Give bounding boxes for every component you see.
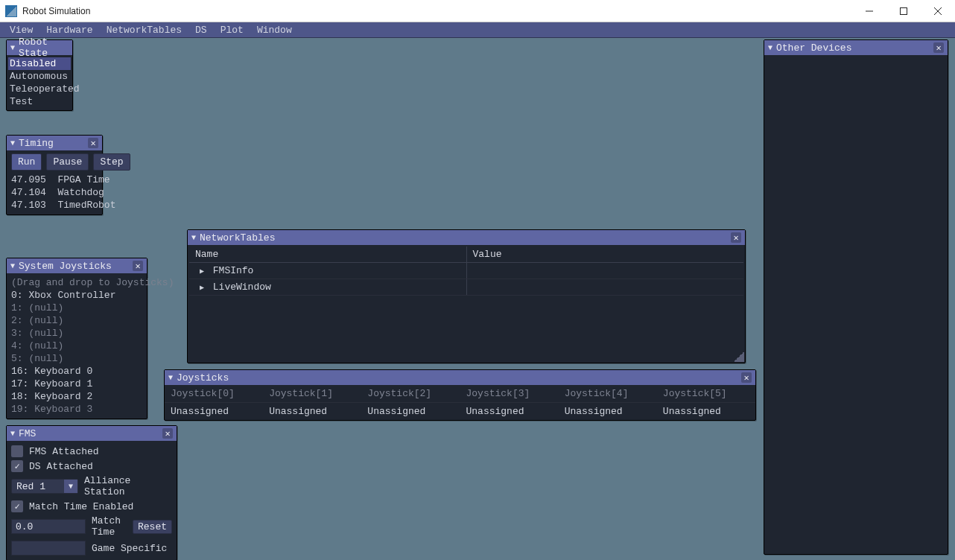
system-joystick-entry[interactable]: 3: (null): [11, 327, 142, 340]
mode-test[interactable]: Test: [8, 95, 71, 108]
close-icon[interactable]: ✕: [88, 138, 98, 148]
game-specific-input[interactable]: [11, 541, 86, 556]
mode-teleoperated[interactable]: Teleoperated: [8, 83, 71, 95]
collapse-icon: ▼: [10, 262, 15, 270]
collapse-icon: ▼: [191, 234, 196, 242]
app-icon: [5, 5, 17, 17]
match-time-enabled-checkbox[interactable]: ✓: [11, 500, 23, 512]
window-titlebar: Robot Simulation: [0, 0, 955, 22]
joystick-header[interactable]: Joystick[1]: [263, 385, 361, 403]
collapse-icon: ▼: [768, 44, 772, 52]
system-joystick-entry[interactable]: 19: Keyboard 3: [11, 403, 142, 416]
fms-attached-checkbox[interactable]: ✓: [11, 445, 23, 457]
joystick-value: Unassigned: [559, 403, 657, 420]
panel-joysticks[interactable]: ▼ Joysticks ✕ Joystick[0] Joystick[1] Jo…: [164, 369, 756, 421]
match-time-input[interactable]: [11, 519, 86, 534]
joystick-value: Unassigned: [165, 403, 263, 420]
resize-grip[interactable]: [734, 351, 744, 362]
panel-robot-state-title[interactable]: ▼ Robot State: [7, 40, 72, 55]
system-joystick-entry[interactable]: 18: Keyboard 2: [11, 390, 142, 403]
mode-autonomous[interactable]: Autonomous: [8, 70, 71, 83]
system-joystick-entry[interactable]: 0: Xbox Controller: [11, 289, 142, 302]
system-joystick-entry[interactable]: 4: (null): [11, 340, 142, 352]
panel-robot-state[interactable]: ▼ Robot State Disabled Autonomous Teleop…: [6, 39, 73, 111]
close-icon[interactable]: ✕: [731, 232, 741, 243]
menu-view[interactable]: View: [3, 23, 39, 37]
nt-row[interactable]: ▶ FMSInfo: [189, 263, 743, 279]
panel-system-joysticks[interactable]: ▼ System Joysticks ✕ (Drag and drop to J…: [6, 258, 147, 419]
system-joystick-entry[interactable]: 2: (null): [11, 314, 142, 327]
panel-other-devices[interactable]: ▼ Other Devices ✕: [764, 39, 948, 555]
menu-ds[interactable]: DS: [188, 23, 214, 37]
alliance-value: Red 1: [12, 481, 64, 492]
panel-other-devices-title[interactable]: ▼ Other Devices ✕: [764, 40, 948, 55]
panel-title-label: Joysticks: [177, 372, 737, 384]
panel-network-tables-title[interactable]: ▼ NetworkTables ✕: [188, 230, 745, 245]
panel-network-tables[interactable]: ▼ NetworkTables ✕ Name Value ▶ FMSInfo ▶…: [187, 229, 746, 363]
system-joystick-entry[interactable]: 17: Keyboard 1: [11, 378, 142, 390]
close-icon[interactable]: ✕: [933, 42, 944, 53]
timing-row: 47.095 FPGA Time: [11, 174, 98, 186]
timing-row: 47.104 Watchdog: [11, 186, 98, 199]
joystick-header[interactable]: Joystick[5]: [657, 385, 755, 403]
menu-plot[interactable]: Plot: [214, 23, 250, 37]
expand-icon: ▶: [200, 267, 207, 276]
hint-label: (Drag and drop to Joysticks): [11, 276, 142, 289]
ds-attached-checkbox[interactable]: ✓: [11, 460, 23, 472]
joystick-value: Unassigned: [263, 403, 361, 420]
mode-disabled[interactable]: Disabled: [8, 57, 71, 70]
alliance-select[interactable]: Red 1 ▼: [11, 479, 78, 494]
panel-joysticks-title[interactable]: ▼ Joysticks ✕: [165, 370, 755, 385]
collapse-icon: ▼: [168, 374, 173, 382]
ds-attached-label: DS Attached: [29, 461, 93, 472]
joystick-header[interactable]: Joystick[0]: [165, 385, 263, 403]
close-icon[interactable]: ✕: [741, 372, 752, 383]
panel-fms-title[interactable]: ▼ FMS ✕: [7, 426, 177, 441]
expand-icon: ▶: [200, 283, 207, 292]
match-time-label: Match Time: [92, 515, 127, 538]
panel-system-joysticks-title[interactable]: ▼ System Joysticks ✕: [7, 258, 147, 273]
maximize-button[interactable]: [886, 0, 921, 22]
menu-networktables[interactable]: NetworkTables: [100, 23, 188, 37]
joystick-header[interactable]: Joystick[4]: [559, 385, 657, 403]
game-specific-label: Game Specific: [92, 543, 167, 554]
panel-timing-title[interactable]: ▼ Timing ✕: [7, 136, 102, 150]
collapse-icon: ▼: [10, 430, 15, 438]
system-joystick-entry[interactable]: 5: (null): [11, 352, 142, 365]
reset-button[interactable]: Reset: [133, 520, 172, 534]
panel-title-label: Other Devices: [776, 42, 930, 54]
col-value[interactable]: Value: [466, 246, 743, 263]
close-icon[interactable]: ✕: [162, 428, 173, 439]
run-button[interactable]: Run: [11, 153, 42, 171]
svg-rect-1: [901, 7, 907, 14]
fms-attached-label: FMS Attached: [29, 446, 99, 457]
nt-row[interactable]: ▶ LiveWindow: [189, 279, 743, 296]
collapse-icon: ▼: [10, 44, 15, 52]
chevron-down-icon: ▼: [64, 480, 77, 493]
joystick-header[interactable]: Joystick[2]: [361, 385, 460, 403]
joystick-value: Unassigned: [361, 403, 460, 420]
panel-timing[interactable]: ▼ Timing ✕ Run Pause Step 47.095 FPGA Ti…: [6, 135, 103, 215]
close-button[interactable]: [921, 0, 955, 22]
match-time-enabled-label: Match Time Enabled: [29, 501, 133, 512]
step-button[interactable]: Step: [93, 153, 130, 171]
col-name[interactable]: Name: [189, 246, 466, 263]
panel-title-label: Timing: [19, 138, 84, 149]
timing-row: 47.103 TimedRobot: [11, 199, 98, 211]
close-icon[interactable]: ✕: [133, 261, 143, 271]
panel-fms[interactable]: ▼ FMS ✕ ✓ FMS Attached ✓ DS Attached Red…: [6, 425, 177, 560]
menu-hardware[interactable]: Hardware: [39, 23, 99, 37]
joystick-value: Unassigned: [657, 403, 755, 420]
pause-button[interactable]: Pause: [46, 153, 89, 171]
workspace: ▼ Robot State Disabled Autonomous Teleop…: [0, 38, 955, 560]
network-tables-table: Name Value ▶ FMSInfo ▶ LiveWindow: [189, 246, 743, 296]
joystick-header[interactable]: Joystick[3]: [460, 385, 559, 403]
window-title: Robot Simulation: [22, 6, 90, 16]
collapse-icon: ▼: [10, 139, 15, 147]
menu-bar: View Hardware NetworkTables DS Plot Wind…: [0, 22, 955, 38]
menu-window[interactable]: Window: [250, 23, 299, 37]
minimize-button[interactable]: [852, 0, 886, 22]
joystick-value: Unassigned: [460, 403, 559, 420]
system-joystick-entry[interactable]: 16: Keyboard 0: [11, 365, 142, 378]
system-joystick-entry[interactable]: 1: (null): [11, 302, 142, 314]
